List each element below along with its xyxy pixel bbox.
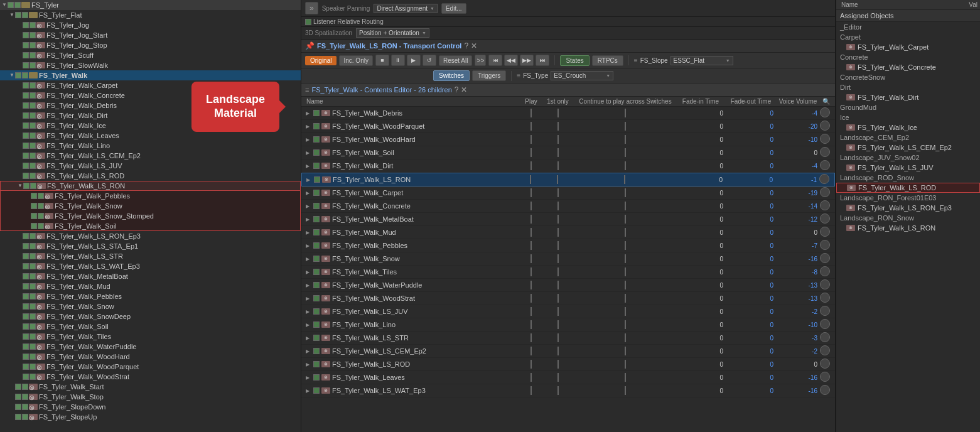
row-play-check[interactable] <box>530 281 532 289</box>
checkbox1[interactable] <box>15 414 21 420</box>
row-continue-check[interactable] <box>625 307 626 316</box>
tree-item[interactable]: ⊗FS_Tyler_Walk_LS_RON_Ep3 <box>0 231 301 241</box>
row-continue-check[interactable] <box>624 175 625 184</box>
tree-item[interactable]: ▼FS_Tyler <box>0 0 301 10</box>
row-checkbox[interactable] <box>313 321 320 328</box>
row-continue-check[interactable] <box>625 320 626 329</box>
checkbox2[interactable] <box>30 82 36 89</box>
checkbox2[interactable] <box>30 132 36 139</box>
transport-close-btn[interactable]: ✕ <box>471 41 477 50</box>
row-slider[interactable] <box>820 279 830 289</box>
checkbox1[interactable] <box>31 223 37 229</box>
row-continue-check[interactable] <box>625 135 626 144</box>
content-row[interactable]: ▶ ⊗ FS_Tyler_Walk_LS_RON 0 0 -1 <box>301 173 835 186</box>
tree-item[interactable]: ⊗FS_Tyler_Walk_Lino <box>0 141 301 151</box>
row-firstonly-check[interactable] <box>557 347 559 355</box>
question-icon[interactable]: ? <box>464 41 468 50</box>
row-play-check[interactable] <box>530 294 532 303</box>
row-checkbox[interactable] <box>313 163 320 169</box>
row-continue-check[interactable] <box>625 360 626 369</box>
row-checkbox[interactable] <box>313 203 320 209</box>
row-checkbox[interactable] <box>313 110 320 116</box>
checkbox1[interactable] <box>23 92 29 99</box>
checkbox2[interactable] <box>30 92 36 99</box>
row-firstonly-check[interactable] <box>557 333 559 342</box>
tree-item[interactable]: ⊗FS_Tyler_Scuff <box>0 50 301 60</box>
checkbox2[interactable] <box>30 354 36 360</box>
assigned-item[interactable]: ⊗ FS_Tyler_Walk_LS_ROD <box>836 183 980 193</box>
row-firstonly-check[interactable] <box>557 148 559 157</box>
content-row[interactable]: ▶ ⊗ FS_Tyler_Walk_Pebbles 0 0 -7 <box>301 239 835 252</box>
row-checkbox[interactable] <box>313 256 320 262</box>
checkbox1[interactable] <box>23 82 29 89</box>
content-row[interactable]: ▶ ⊗ FS_Tyler_Walk_Snow 0 0 -16 <box>301 252 835 266</box>
row-firstonly-check[interactable] <box>557 267 559 276</box>
row-play-check[interactable] <box>530 122 532 131</box>
checkbox1[interactable] <box>15 72 21 78</box>
row-checkbox[interactable] <box>313 361 320 367</box>
expand-btn[interactable]: ▼ <box>1 2 8 8</box>
checkbox1[interactable] <box>23 273 29 279</box>
checkbox1[interactable] <box>15 394 21 400</box>
row-slider[interactable] <box>820 227 830 237</box>
listener-routing-checkbox[interactable] <box>305 19 311 25</box>
assigned-item[interactable]: ⊗ FS_Tyler_Walk_LS_JUV <box>836 163 980 173</box>
row-continue-check[interactable] <box>625 281 626 289</box>
tree-item[interactable]: ⊗FS_Tyler_Walk_Tiles <box>0 332 301 342</box>
row-play-btn[interactable]: ▶ <box>304 294 311 302</box>
row-play-btn[interactable]: ▶ <box>304 321 311 328</box>
essc-flat-dropdown[interactable]: ESSC_Flat <box>670 56 733 65</box>
row-play-btn[interactable]: ▶ <box>304 281 311 289</box>
checkbox2[interactable] <box>30 364 36 370</box>
checkbox1[interactable] <box>23 143 29 149</box>
row-play-check[interactable] <box>530 373 532 382</box>
checkbox1[interactable] <box>15 404 21 410</box>
checkbox2[interactable] <box>30 374 36 380</box>
content-row[interactable]: ▶ ⊗ FS_Tyler_Walk_LS_JUV 0 0 -2 <box>301 305 835 318</box>
row-continue-check[interactable] <box>625 373 626 382</box>
expand-btn[interactable]: ▼ <box>9 12 15 18</box>
checkbox2[interactable] <box>22 72 28 78</box>
rewind-btn[interactable]: ⏮ <box>488 55 502 66</box>
checkbox1[interactable] <box>31 203 37 209</box>
checkbox1[interactable] <box>23 343 29 350</box>
row-firstonly-check[interactable] <box>557 215 559 224</box>
checkbox2[interactable] <box>38 223 44 229</box>
checkbox2[interactable] <box>22 394 28 400</box>
row-play-btn[interactable]: ▶ <box>304 387 311 394</box>
row-continue-check[interactable] <box>625 347 626 355</box>
pause-btn[interactable]: ⏸ <box>391 55 405 66</box>
row-play-btn[interactable]: ▶ <box>304 176 312 183</box>
assigned-category[interactable]: Carpet <box>836 32 980 42</box>
content-row[interactable]: ▶ ⊗ FS_Tyler_Walk_Lino 0 0 -10 <box>301 318 835 332</box>
checkbox2[interactable] <box>30 122 36 129</box>
row-play-check[interactable] <box>530 148 532 157</box>
row-checkbox[interactable] <box>313 308 320 315</box>
assigned-category[interactable]: ConcreteSnow <box>836 72 980 82</box>
row-play-btn[interactable]: ▶ <box>304 215 311 223</box>
checkbox1[interactable] <box>23 153 29 159</box>
inc-only-btn[interactable]: Inc. Only <box>339 55 372 66</box>
checkbox1[interactable] <box>23 52 29 58</box>
checkbox1[interactable] <box>31 213 37 219</box>
row-continue-check[interactable] <box>625 109 626 117</box>
row-play-btn[interactable]: ▶ <box>304 189 311 197</box>
tree-item[interactable]: ⊗FS_Tyler_Walk_LS_JUV <box>0 161 301 171</box>
tree-item[interactable]: ⊗FS_Tyler_Walk_Dirt <box>0 111 301 121</box>
row-play-btn[interactable]: ▶ <box>304 229 311 236</box>
tree-item[interactable]: ⊗FS_Tyler_Walk_Soil <box>0 221 301 231</box>
row-firstonly-check[interactable] <box>557 320 559 329</box>
tree-item[interactable]: ⊗FS_Tyler_Walk_Soil <box>0 321 301 332</box>
assigned-category[interactable]: Concrete <box>836 52 980 62</box>
checkbox2[interactable] <box>30 153 36 159</box>
content-row[interactable]: ▶ ⊗ FS_Tyler_Walk_Concrete 0 0 -14 <box>301 200 835 213</box>
checkbox2[interactable] <box>30 183 36 189</box>
tree-item[interactable]: ⊗FS_Tyler_Jog <box>0 20 301 30</box>
tree-item[interactable]: ⊗FS_Tyler_Walk_WoodStrat <box>0 372 301 382</box>
assigned-category[interactable]: Landscape_RON_Forest01E03 <box>836 193 980 203</box>
row-continue-check[interactable] <box>625 188 626 197</box>
expand-btn[interactable]: ▼ <box>9 72 15 78</box>
direct-assignment-dropdown[interactable]: Direct Assignment <box>374 4 438 13</box>
checkbox1[interactable] <box>23 243 29 249</box>
row-play-btn[interactable]: ▶ <box>304 162 311 170</box>
